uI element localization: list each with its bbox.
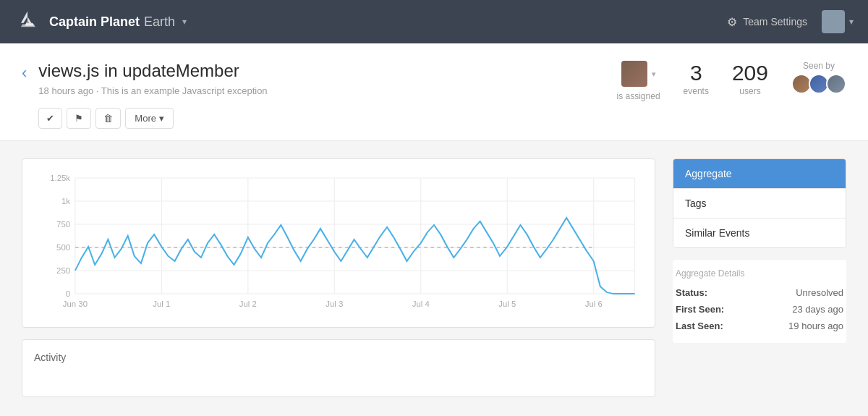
team-settings-label: Team Settings [743,16,807,27]
resolve-button[interactable]: ✔ [38,108,62,129]
gear-icon: ⚙ [727,15,737,29]
svg-text:1k: 1k [61,198,71,205]
delete-button[interactable]: 🗑 [95,108,121,129]
detail-row-status: Status: Unresolved [673,284,846,301]
svg-text:Jul 6: Jul 6 [585,300,603,308]
assignee-block: ▾ is assigned [617,61,660,101]
svg-text:Jul 3: Jul 3 [326,300,343,308]
svg-text:Jul 2: Jul 2 [239,300,257,308]
app-name-env: Earth [144,14,175,30]
last-seen-key: Last Seen: [676,321,723,331]
sidebar: Aggregate Tags Similar Events Aggregate … [673,158,846,397]
svg-text:1.25k: 1.25k [50,174,71,182]
seen-avatar-3 [826,74,846,94]
tab-aggregate-label: Aggregate [685,168,732,179]
more-button[interactable]: More ▾ [125,108,173,129]
issue-subtitle: 18 hours ago · This is an example Javasc… [38,85,267,96]
back-button[interactable]: ‹ [22,64,27,82]
assignee-dropdown-chevron: ▾ [652,69,656,79]
svg-text:0: 0 [66,290,70,298]
tab-similar-events-label: Similar Events [685,227,749,239]
svg-text:Jul 5: Jul 5 [498,300,516,308]
svg-text:Jul 4: Jul 4 [412,300,430,308]
issue-header-right: ▾ is assigned 3 events 209 users Seen by [617,61,846,101]
seen-by-avatars [791,74,846,94]
status-value: Unresolved [796,287,843,298]
user-avatar-placeholder [822,10,845,33]
seen-by-label: Seen by [803,61,835,71]
chart-container: 1.25k 1k 750 500 250 0 Jun 30 Jul 1 Jul … [34,171,643,315]
issue-header-left: ‹ views.js in updateMember 18 hours ago … [22,61,268,129]
issue-title: views.js in updateMember [38,61,267,81]
events-label: events [684,86,709,96]
users-count: 209 [732,61,768,85]
events-count: 3 [690,61,702,85]
svg-text:750: 750 [56,221,70,229]
chart-card: 1.25k 1k 750 500 250 0 Jun 30 Jul 1 Jul … [22,158,655,328]
team-settings-button[interactable]: ⚙ Team Settings [727,15,807,29]
detail-row-last-seen: Last Seen: 19 hours ago [673,318,846,334]
seen-by-block: Seen by [791,61,846,94]
detail-row-first-seen: First Seen: 23 days ago [673,301,846,318]
aggregate-details-title: Aggregate Details [673,268,846,284]
assignee-avatar-image [621,61,647,87]
header-right: ⚙ Team Settings ▾ [727,10,854,33]
app-header: Captain Planet Earth ▾ ⚙ Team Settings ▾ [0,0,868,43]
sentry-logo-icon [14,9,41,35]
assignee-avatar[interactable]: ▾ [621,61,656,87]
header-left: Captain Planet Earth ▾ [14,9,187,35]
more-label: More ▾ [135,113,163,124]
assignee-label: is assigned [617,91,660,101]
issue-header: ‹ views.js in updateMember 18 hours ago … [0,43,868,141]
app-name-bold: Captain Planet [49,14,140,30]
aggregate-details: Aggregate Details Status: Unresolved Fir… [673,260,846,343]
svg-text:Jul 1: Jul 1 [153,300,170,308]
first-seen-key: First Seen: [676,304,724,315]
tab-similar-events[interactable]: Similar Events [673,218,846,247]
svg-text:250: 250 [56,267,70,275]
tab-tags[interactable]: Tags [673,189,846,218]
app-title: Captain Planet Earth ▾ [49,14,187,30]
users-stat: 209 users [732,61,768,96]
tab-tags-label: Tags [685,198,707,209]
user-menu-button[interactable]: ▾ [822,10,854,33]
issue-actions: ✔ ⚑ 🗑 More ▾ [38,108,267,129]
chart-section: 1.25k 1k 750 500 250 0 Jun 30 Jul 1 Jul … [22,158,655,397]
svg-text:500: 500 [56,244,70,252]
activity-card: Activity [22,339,655,397]
app-dropdown-chevron[interactable]: ▾ [182,17,187,27]
sidebar-tabs: Aggregate Tags Similar Events [673,158,846,248]
assignee-face [621,61,647,87]
status-key: Status: [676,287,707,298]
events-stat: 3 events [684,61,709,96]
trash-icon: 🗑 [103,113,113,124]
activity-title: Activity [34,352,643,363]
body-area: 1.25k 1k 750 500 250 0 Jun 30 Jul 1 Jul … [0,141,868,415]
bookmark-icon: ⚑ [75,113,83,124]
user-dropdown-chevron: ▾ [849,17,854,27]
bookmark-button[interactable]: ⚑ [67,108,91,129]
users-label: users [739,86,760,96]
resolve-icon: ✔ [46,113,54,124]
svg-text:Jun 30: Jun 30 [63,300,88,308]
first-seen-value: 23 days ago [792,304,843,315]
last-seen-value: 19 hours ago [788,321,843,331]
issue-title-block: views.js in updateMember 18 hours ago · … [38,61,267,129]
tab-aggregate[interactable]: Aggregate [673,159,846,189]
events-chart: 1.25k 1k 750 500 250 0 Jun 30 Jul 1 Jul … [34,171,643,315]
